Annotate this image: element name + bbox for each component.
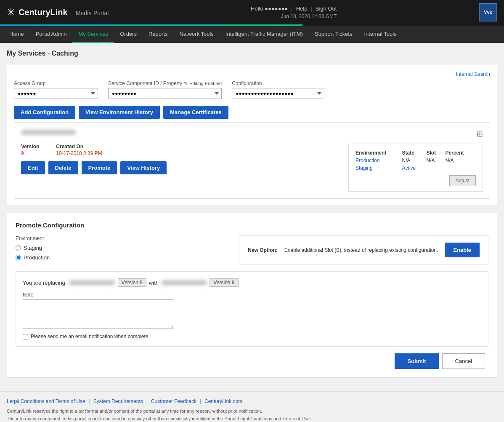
nav-itm[interactable]: Intelligent Traffic Manager (ITM) [220,26,309,43]
header-right: Hello ●●●●●●● | Help | Sign Out Jun 18, … [251,5,337,19]
sc-id-label-row: Service Component ID / Property ✎ Editin… [108,80,222,86]
note-textarea[interactable] [23,299,174,329]
add-configuration-button[interactable]: Add Configuration [14,106,75,119]
nav-home[interactable]: Home [3,26,30,43]
nav-portal-admin[interactable]: Portal Admin [30,26,73,43]
promote-title: Promote Configuration [16,222,488,229]
configuration-select[interactable]: ●●●●●●●●●●●●●●●●●●● [232,88,324,99]
note-label: Note [23,292,481,298]
customer-feedback-link[interactable]: Customer Feedback [151,398,196,404]
with-label: with [149,280,159,286]
percent-na1: N/A [445,157,476,164]
page-content: My Services - Caching Internal Search Ac… [0,43,504,391]
replace-version1: Version 9 [118,278,146,287]
centurylink-link[interactable]: CenturyLink.com [204,398,242,404]
state-active: Active [402,164,427,172]
disclaimer-line2: The information contained in this portal… [7,415,497,422]
cancel-button[interactable]: Cancel [442,353,485,369]
internal-search-link[interactable]: Internal Search [456,71,490,77]
version-group: Version 9 [21,144,39,156]
email-checkbox-row: Please send me an email notification whe… [23,334,481,339]
card-header-row: Internal Search [14,71,490,77]
state-na1: N/A [402,157,427,164]
manage-certificates-button[interactable]: Manage Certificates [163,106,228,119]
sep2: | [310,5,312,12]
table-row: Production N/A N/A N/A [355,157,476,164]
email-checkbox-label: Please send me an email notification whe… [31,334,150,339]
disclaimer-line1: CenturyLink reserves the right to alter … [7,408,497,415]
env-table-container: Environment State Slot Percent Productio… [348,144,483,192]
replace-config2: ●●●●●●●●●●●●●● [161,280,207,286]
nav-my-services[interactable]: My Services [72,26,114,43]
nav-reports[interactable]: Reports [143,26,174,43]
sc-id-label: Service Component ID / Property [108,80,182,86]
env-table-header-row: Environment State Slot Percent [355,149,476,157]
staging-label: Staging [24,245,42,251]
signout-link[interactable]: Sign Out [316,5,337,12]
system-req-link[interactable]: System Requirements [93,398,143,404]
replace-config1: ●●●●●●●●●●●●●● [69,280,115,286]
main-nav: Home Portal Admin My Services Orders Rep… [0,26,504,43]
nav-internal-tools[interactable]: Internal Tools [358,26,402,43]
logo-name: CenturyLink [19,8,68,17]
production-label: Production [24,254,50,261]
footer-sep2: | [146,398,148,404]
help-link[interactable]: Help [296,5,308,12]
grid-icon[interactable]: ⊞ [477,129,483,139]
logo-area: ✳ CenturyLink® Media Portal [7,6,109,18]
enable-button[interactable]: Enable [445,243,480,257]
promote-button[interactable]: Promote [82,161,117,174]
table-row: Staging Active [355,164,476,172]
radio-group: Staging Production [16,245,229,261]
production-radio-item[interactable]: Production [16,254,229,261]
page-title: My Services - Caching [7,50,497,57]
footer-links: Legal Conditions and Terms of Use | Syst… [7,398,497,404]
new-option-label: New Option: [248,247,278,253]
staging-radio[interactable] [16,245,21,251]
promote-section: Promote Configuration Environment Stagin… [7,213,497,378]
logo-wordmark: CenturyLink® Media Portal [19,8,109,17]
sc-id-group: Service Component ID / Property ✎ Editin… [108,80,222,99]
created-on-value: 10-17-2018 2:39 PM [56,150,102,156]
nav-network-tools[interactable]: Network Tools [173,26,219,43]
environment-label: Environment [16,235,229,241]
sep1: | [291,5,292,12]
vvx-badge: Vvx [479,3,497,21]
view-environment-history-button[interactable]: View Environment History [79,106,160,119]
delete-button[interactable]: Delete [48,161,78,174]
hello-text: Hello ●●●●●●● [251,5,288,12]
percent-col-header: Percent [445,149,476,157]
config-detail-body: Version 9 Created On 10-17-2018 2:39 PM … [21,144,483,192]
configuration-label: Configuration [232,80,324,86]
production-radio[interactable] [16,255,21,260]
header-date: Jun 18, 2020 14:03 GMT [281,13,337,19]
edit-button[interactable]: Edit [21,161,45,174]
submit-button[interactable]: Submit [395,353,438,369]
footer-sep3: | [200,398,201,404]
logo-subtitle: Media Portal [76,10,109,16]
sc-id-select[interactable]: ●●●●●●●● [108,88,222,99]
nav-orders[interactable]: Orders [114,26,143,43]
created-on-label: Created On [56,144,102,150]
submit-row: Submit Cancel [16,353,488,369]
staging-radio-item[interactable]: Staging [16,245,229,251]
access-group-group: Access Group ●●●●●● [14,80,98,99]
access-group-select[interactable]: ●●●●●● [14,88,98,99]
replace-row: You are replacing: ●●●●●●●●●●●●●● Versio… [23,278,481,287]
email-checkbox[interactable] [23,334,28,339]
nav-support-tickets[interactable]: Support Tickets [309,26,358,43]
view-history-button[interactable]: View History [120,161,167,174]
footer-sep1: | [89,398,90,404]
promote-right-panel: New Option: Enable additional Slot (B), … [239,235,488,264]
promote-env-group: Environment Staging Production [16,235,229,261]
adjust-button[interactable]: Adjust [449,175,476,186]
legal-link[interactable]: Legal Conditions and Terms of Use [7,398,85,404]
config-meta-row: Version 9 Created On 10-17-2018 2:39 PM [21,144,342,156]
env-col-header: Environment [355,149,402,157]
editing-enabled-badge: ✎ Editing Enabled [184,81,222,86]
env-staging: Staging [355,164,402,172]
editing-enabled-text: Editing Enabled [189,81,222,86]
footer: Legal Conditions and Terms of Use | Syst… [0,391,504,422]
percent-empty [445,164,476,172]
promote-body: Environment Staging Production New Optio… [16,235,488,264]
